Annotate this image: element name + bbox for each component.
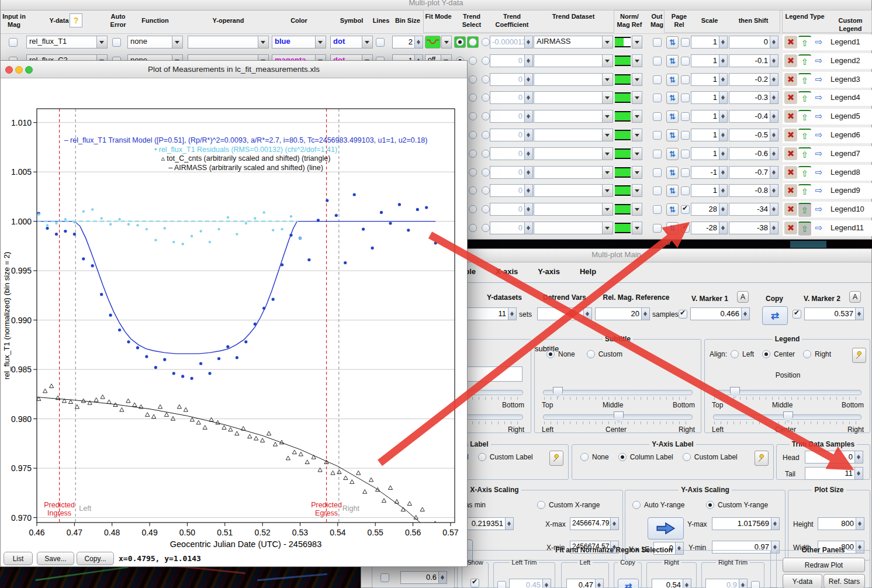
insert-row-icon[interactable]: ⇨ xyxy=(812,184,825,197)
refstars-panel-button[interactable]: Ref. Stars xyxy=(823,574,865,588)
partial-group-spinner[interactable]: 0.6 xyxy=(400,571,447,584)
page-rel-checkbox[interactable] xyxy=(681,168,690,177)
delete-row-icon[interactable]: ✖ xyxy=(784,222,797,234)
norm-ref-icon[interactable] xyxy=(615,148,631,159)
dropdown[interactable] xyxy=(534,166,613,179)
vmarker2-font-button[interactable]: A xyxy=(849,291,861,303)
norm-ref-icon[interactable] xyxy=(615,92,631,103)
move-up-icon[interactable]: ⇧ xyxy=(798,73,811,87)
norm-ref-dropdown[interactable] xyxy=(632,36,642,49)
delete-row-icon[interactable]: ✖ xyxy=(784,129,797,141)
norm-ref-dropdown[interactable] xyxy=(632,54,642,67)
delete-row-icon[interactable]: ✖ xyxy=(784,73,797,86)
copy-region-button[interactable]: ⇄ xyxy=(618,579,639,588)
delete-row-icon[interactable]: ✖ xyxy=(784,110,797,123)
page-rel-checkbox[interactable] xyxy=(681,131,690,140)
dropdown[interactable] xyxy=(534,129,613,141)
page-rel-checkbox[interactable] xyxy=(681,224,690,233)
page-rel-icon[interactable]: ⇅ xyxy=(666,167,679,179)
lines-checkbox[interactable] xyxy=(376,38,385,47)
legend-align-left-radio[interactable] xyxy=(731,350,739,358)
insert-row-icon[interactable]: ⇨ xyxy=(812,73,825,86)
trend-select-radio-3[interactable] xyxy=(482,112,490,120)
xlabel-settings-button[interactable] xyxy=(549,451,563,466)
dropdown[interactable] xyxy=(534,222,613,234)
trend-coefficient-spinner[interactable]: 0 xyxy=(490,166,533,179)
trend-coefficient-spinner[interactable]: 0 xyxy=(490,222,533,234)
right-trim-spinner[interactable]: 0.9 xyxy=(705,579,748,588)
out-mag-checkbox[interactable] xyxy=(653,57,662,65)
legend-align-right-radio[interactable] xyxy=(803,350,811,358)
list-button[interactable]: List xyxy=(4,552,33,565)
move-up-icon[interactable]: ⇧ xyxy=(798,110,811,124)
page-rel-checkbox[interactable] xyxy=(681,94,690,102)
plot-height-spinner[interactable]: 800 xyxy=(818,517,864,530)
page-rel-checkbox[interactable] xyxy=(681,186,690,195)
trend-select-radio-3[interactable] xyxy=(482,205,490,213)
menu-help[interactable]: Help xyxy=(580,267,596,276)
delete-row-icon[interactable]: ✖ xyxy=(784,147,797,160)
partial-group-checkbox[interactable] xyxy=(380,573,389,582)
scale-spinner[interactable]: -28 xyxy=(691,222,728,234)
page-rel-icon[interactable]: ⇅ xyxy=(666,55,679,67)
vmarker1-checkbox[interactable] xyxy=(679,310,687,319)
delete-row-icon[interactable]: ✖ xyxy=(784,36,797,49)
copy-markers-button[interactable]: ⇄ xyxy=(762,306,788,325)
norm-ref-dropdown[interactable] xyxy=(632,129,642,141)
dropdown[interactable]: blue xyxy=(272,36,326,49)
ylabel-settings-button[interactable] xyxy=(755,451,769,466)
bin-size-spinner[interactable]: 2 xyxy=(392,36,423,49)
page-rel-icon[interactable]: ⇅ xyxy=(666,74,679,86)
norm-ref-dropdown[interactable] xyxy=(632,73,642,86)
shift-spinner[interactable]: -38 xyxy=(729,222,778,234)
trend-select-radio-3[interactable] xyxy=(482,75,490,84)
delete-row-icon[interactable]: ✖ xyxy=(784,184,797,197)
shift-spinner[interactable]: -34 xyxy=(729,203,778,216)
scale-spinner[interactable]: -1 xyxy=(691,166,728,179)
trend-select-radio-1[interactable] xyxy=(456,38,464,46)
custom-x-range-radio[interactable] xyxy=(537,501,545,509)
vmarker2-spinner[interactable]: 0.537 xyxy=(804,307,864,320)
scale-spinner[interactable]: 28 xyxy=(691,203,728,216)
page-rel-checkbox[interactable] xyxy=(681,38,690,47)
move-up-icon[interactable]: ⇧ xyxy=(798,36,811,50)
y-max-spinner[interactable]: 1.017569 xyxy=(712,517,780,530)
norm-ref-icon[interactable] xyxy=(615,37,631,47)
right-trim-checkbox[interactable] xyxy=(751,581,760,588)
left-trim-spinner[interactable]: 0.45 xyxy=(509,579,551,588)
trend-coefficient-spinner[interactable]: 0 xyxy=(490,147,533,160)
insert-row-icon[interactable]: ⇨ xyxy=(812,36,825,49)
left-trim-checkbox[interactable] xyxy=(497,581,506,588)
page-rel-checkbox[interactable] xyxy=(681,112,690,121)
move-up-icon[interactable]: ⇧ xyxy=(798,91,811,105)
delete-row-icon[interactable]: ✖ xyxy=(784,91,797,104)
insert-row-icon[interactable]: ⇨ xyxy=(812,110,825,123)
norm-ref-icon[interactable] xyxy=(615,111,631,122)
show-region-checkbox[interactable] xyxy=(470,579,479,587)
scale-spinner[interactable]: 1 xyxy=(691,36,728,49)
scale-spinner[interactable]: 1 xyxy=(691,184,728,197)
legend-vpos-slider[interactable] xyxy=(713,390,861,395)
rel-mag-spinner[interactable]: 20 xyxy=(595,307,650,320)
trend-coefficient-spinner[interactable]: -0.0000135 xyxy=(490,36,533,49)
trend-select-radio-3[interactable] xyxy=(482,38,490,46)
minimize-button[interactable] xyxy=(15,66,23,74)
out-mag-checkbox[interactable] xyxy=(653,112,662,121)
dropdown[interactable]: rel_flux_T1 xyxy=(26,36,108,49)
scale-spinner[interactable]: 1 xyxy=(691,54,728,67)
norm-ref-dropdown[interactable] xyxy=(632,203,642,216)
trend-coefficient-spinner[interactable]: 0 xyxy=(490,73,533,86)
out-mag-checkbox[interactable] xyxy=(653,168,662,177)
head-spinner[interactable]: 0 xyxy=(805,451,863,464)
trend-select-radio-2[interactable] xyxy=(469,94,477,102)
subtitle-vpos-slider[interactable] xyxy=(543,390,693,395)
trend-select-radio-2[interactable] xyxy=(469,224,477,232)
trend-select-radio-3[interactable] xyxy=(482,150,490,158)
shift-spinner[interactable]: -0.4 xyxy=(729,110,778,123)
trend-coefficient-spinner[interactable]: 0 xyxy=(490,184,533,197)
plot-titlebar[interactable]: Plot of Measurements in lc_fit_measureme… xyxy=(1,61,467,78)
input-in-mag-checkbox[interactable] xyxy=(9,38,18,47)
legend-hpos-slider[interactable] xyxy=(713,414,861,420)
norm-ref-icon[interactable] xyxy=(615,223,631,233)
delete-row-icon[interactable]: ✖ xyxy=(784,166,797,179)
